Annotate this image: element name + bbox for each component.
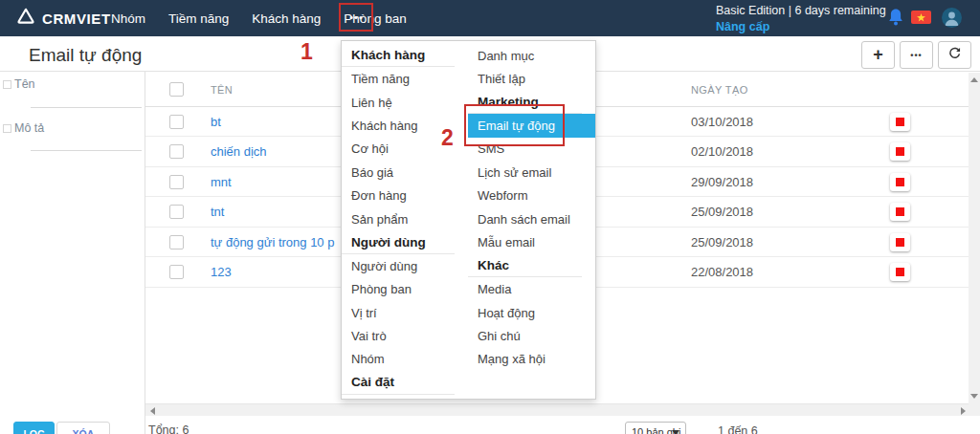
- menu-column-right: Danh mục Thiết lập Marketing Email tự độ…: [468, 44, 595, 395]
- menu-header-marketing: Marketing: [468, 91, 582, 114]
- filter-checkbox-mo-ta[interactable]: [3, 124, 11, 133]
- menu-item-media[interactable]: Media: [468, 277, 595, 300]
- row-name-link[interactable]: chiến dịch: [211, 144, 267, 159]
- menu-item-phong-ban[interactable]: Phòng ban: [342, 277, 468, 300]
- menu-item-email-tu-dong[interactable]: Email tự động: [468, 114, 595, 137]
- horizontal-scrollbar[interactable]: [145, 403, 970, 416]
- menu-item-webform[interactable]: Webform: [468, 184, 595, 207]
- row-name-link[interactable]: mnt: [211, 175, 232, 189]
- scroll-left-icon[interactable]: [150, 407, 155, 415]
- menu-column-left: Khách hàng Tiềm năng Liên hệ Khách hàng …: [342, 44, 468, 395]
- menu-item-danh-sach-email[interactable]: Danh sách email: [468, 207, 595, 230]
- add-button[interactable]: +: [861, 41, 895, 69]
- stop-button[interactable]: [890, 203, 910, 221]
- stop-icon: [896, 118, 904, 126]
- menu-item-mang-xa-hoi[interactable]: Mạng xã hội: [468, 348, 595, 371]
- nav-item-nhom[interactable]: Nhóm: [106, 8, 150, 30]
- row-checkbox[interactable]: [169, 235, 184, 250]
- more-menu-icon[interactable]: •••: [340, 3, 373, 32]
- menu-item-sms[interactable]: SMS: [468, 138, 595, 161]
- brand-logo[interactable]: CRMVIET: [16, 0, 111, 36]
- page-size-select[interactable]: 10 bản ghi: [625, 422, 686, 434]
- menu-item-nguoi-dung[interactable]: Người dùng: [342, 254, 468, 277]
- row-name-link[interactable]: tnt: [211, 205, 224, 219]
- stop-icon: [896, 207, 904, 216]
- menu-item-danh-muc[interactable]: Danh mục: [468, 44, 595, 67]
- row-created-date: 02/10/2018: [691, 144, 753, 159]
- top-navbar: CRMVIET Nhóm Tiềm năng Khách hàng Phòng …: [0, 0, 980, 36]
- filter-label-mo-ta: Mô tả: [14, 121, 44, 135]
- page-title: Email tự động: [29, 45, 142, 66]
- menu-item-thiet-lap[interactable]: Thiết lập: [468, 67, 595, 90]
- scroll-up-icon[interactable]: [970, 77, 978, 82]
- filter-input-ten[interactable]: [31, 107, 142, 108]
- stop-button[interactable]: [890, 113, 910, 131]
- total-records-label: Tổng: 6: [148, 423, 189, 434]
- row-name-link[interactable]: tự động gửi trong 10 p: [211, 235, 334, 250]
- stop-button[interactable]: [890, 263, 910, 281]
- vertical-scrollbar[interactable]: [969, 73, 980, 403]
- refresh-button[interactable]: [938, 41, 971, 69]
- row-checkbox[interactable]: [169, 144, 184, 159]
- column-header-name: TÊN: [211, 84, 233, 96]
- more-actions-button[interactable]: •••: [900, 41, 933, 69]
- filter-apply-button[interactable]: LỌC: [13, 422, 55, 434]
- notifications-bell-icon[interactable]: [886, 8, 905, 29]
- upgrade-link[interactable]: Nâng cấp: [716, 20, 769, 33]
- menu-item-bao-gia[interactable]: Báo giá: [342, 161, 468, 184]
- menu-item-lich-su-email[interactable]: Lịch sử email: [468, 161, 595, 184]
- stop-button[interactable]: [890, 173, 910, 191]
- filter-input-mo-ta[interactable]: [31, 150, 142, 151]
- app-window: CRMVIET Nhóm Tiềm năng Khách hàng Phòng …: [0, 0, 980, 434]
- filter-sidebar: Tên Mô tả: [0, 72, 145, 434]
- menu-item-vi-tri[interactable]: Vị trí: [342, 301, 468, 324]
- nav-item-tiem-nang[interactable]: Tiềm năng: [164, 8, 234, 30]
- menu-item-san-pham[interactable]: Sản phẩm: [342, 207, 468, 230]
- row-created-date: 25/09/2018: [691, 205, 753, 219]
- row-name-link[interactable]: 123: [211, 265, 232, 279]
- menu-header-khach-hang: Khách hàng: [342, 44, 455, 67]
- crmviet-triangle-icon: [16, 7, 35, 30]
- row-created-date: 22/08/2018: [691, 265, 753, 279]
- scroll-right-icon[interactable]: [961, 407, 966, 415]
- account-info: Basic Edition | 6 days remaining Nâng cấ…: [716, 4, 886, 34]
- row-created-date: 25/09/2018: [691, 235, 753, 250]
- user-avatar[interactable]: [942, 8, 962, 28]
- more-menu-dropdown: Khách hàng Tiềm năng Liên hệ Khách hàng …: [341, 40, 596, 400]
- menu-item-hoat-dong[interactable]: Hoạt động: [468, 301, 595, 324]
- row-created-date: 03/10/2018: [691, 115, 753, 129]
- refresh-icon: [947, 46, 962, 64]
- edition-label: Basic Edition | 6 days remaining: [716, 4, 886, 17]
- menu-item-khach-hang[interactable]: Khách hàng: [342, 114, 468, 137]
- row-name-link[interactable]: bt: [211, 115, 221, 129]
- stop-icon: [896, 238, 904, 247]
- main-nav: Nhóm Tiềm năng Khách hàng Phòng ban: [106, 0, 425, 36]
- row-checkbox[interactable]: [169, 175, 184, 189]
- menu-header-cai-dat: Cài đặt: [342, 371, 455, 394]
- row-created-date: 29/09/2018: [691, 175, 753, 189]
- brand-name: CRMVIET: [42, 11, 111, 27]
- menu-item-nhom[interactable]: Nhóm: [342, 348, 468, 371]
- menu-item-mau-email[interactable]: Mẫu email: [468, 231, 595, 254]
- scrollbar-corner: [969, 403, 980, 416]
- select-all-checkbox[interactable]: [169, 82, 184, 97]
- vietnam-flag-icon[interactable]: [911, 11, 931, 24]
- scroll-down-icon[interactable]: [970, 394, 978, 399]
- menu-item-tiem-nang[interactable]: Tiềm năng: [342, 67, 468, 90]
- stop-icon: [896, 268, 904, 276]
- nav-item-khach-hang[interactable]: Khách hàng: [247, 8, 325, 30]
- row-checkbox[interactable]: [169, 205, 184, 219]
- menu-item-don-hang[interactable]: Đơn hàng: [342, 184, 468, 207]
- filter-clear-button[interactable]: XÓA: [56, 422, 110, 434]
- stop-button[interactable]: [890, 142, 910, 161]
- stop-button[interactable]: [890, 233, 910, 251]
- menu-header-nguoi-dung: Người dùng: [342, 231, 455, 254]
- row-checkbox[interactable]: [169, 115, 184, 129]
- filter-checkbox-ten[interactable]: [3, 80, 11, 89]
- menu-item-vai-tro[interactable]: Vai trò: [342, 324, 468, 347]
- record-range-label: 1 đến 6: [718, 424, 758, 434]
- menu-item-co-hoi[interactable]: Cơ hội: [342, 138, 468, 161]
- row-checkbox[interactable]: [169, 265, 184, 279]
- menu-item-ghi-chu[interactable]: Ghi chú: [468, 324, 595, 347]
- menu-item-lien-he[interactable]: Liên hệ: [342, 91, 468, 114]
